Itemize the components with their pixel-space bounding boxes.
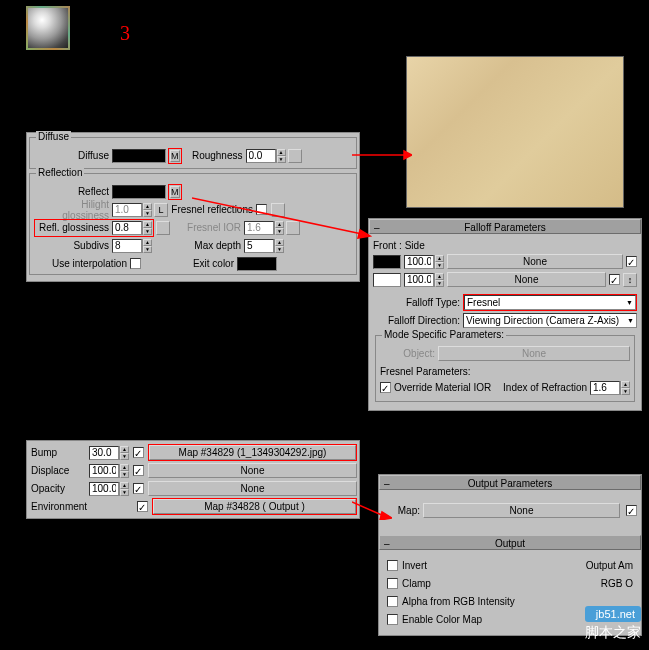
falloff-map1-checkbox[interactable]: ✓	[626, 256, 637, 267]
displace-label: Displace	[29, 465, 89, 476]
hilight-glossiness-label: Hilight glossiness	[34, 199, 112, 221]
bump-checkbox[interactable]: ✓	[133, 447, 144, 458]
falloff-titlebar[interactable]: Falloff Parameters	[369, 219, 641, 234]
invert-checkbox[interactable]	[387, 560, 398, 571]
ior-label: Index of Refraction	[491, 382, 590, 393]
displace-checkbox[interactable]: ✓	[133, 465, 144, 476]
enable-colormap-checkbox[interactable]	[387, 614, 398, 625]
reflection-group-title: Reflection	[36, 167, 84, 178]
watermark: jb51.net 脚本之家	[585, 606, 641, 642]
opacity-checkbox[interactable]: ✓	[133, 483, 144, 494]
falloff-map2-checkbox[interactable]: ✓	[609, 274, 620, 285]
falloff-map1-button[interactable]: None	[447, 254, 623, 269]
svg-marker-3	[380, 512, 392, 520]
alpha-rgb-checkbox[interactable]	[387, 596, 398, 607]
mode-specific-title: Mode Specific Parameters:	[382, 329, 506, 340]
environment-label: Environment	[29, 501, 133, 512]
output-map-checkbox[interactable]: ✓	[626, 505, 637, 516]
annotation-number: 3	[120, 22, 130, 45]
falloff-type-label: Falloff Type:	[373, 297, 463, 308]
falloff-direction-label: Falloff Direction:	[373, 315, 463, 326]
enable-colormap-label: Enable Color Map	[402, 614, 482, 625]
subdivs-spinner[interactable]: ▲▼	[112, 239, 152, 253]
displace-spinner[interactable]: ▲▼	[89, 464, 129, 478]
bump-spinner[interactable]: ▲▼	[89, 446, 129, 460]
override-ior-checkbox[interactable]: ✓	[380, 382, 391, 393]
arrow-reflect-to-falloff	[192, 196, 372, 240]
falloff-swap-button[interactable]: ↕	[623, 273, 637, 287]
falloff-type-dropdown[interactable]: Fresnel	[464, 295, 636, 310]
hilight-l-button[interactable]: L	[154, 203, 168, 217]
environment-checkbox[interactable]: ✓	[137, 501, 148, 512]
alpha-rgb-label: Alpha from RGB Intensity	[402, 596, 515, 607]
diffuse-group: Diffuse Diffuse M Roughness ▲▼	[29, 137, 357, 169]
exit-color-label: Exit color	[141, 258, 237, 269]
opacity-spinner[interactable]: ▲▼	[89, 482, 129, 496]
diffuse-group-title: Diffuse	[36, 131, 71, 142]
roughness-map-button[interactable]	[288, 149, 302, 163]
hilight-glossiness-spinner[interactable]: ▲▼	[112, 203, 152, 217]
maps-panel: Bump ▲▼ ✓ Map #34829 (1_1349304292.jpg) …	[26, 440, 360, 519]
rgb-offset-label: RGB O	[601, 578, 633, 589]
mode-specific-group: Mode Specific Parameters: Object: None F…	[375, 335, 635, 402]
refl-gloss-map-button[interactable]	[156, 221, 170, 235]
arrow-diffuse-to-texture	[352, 148, 412, 162]
texture-preview	[406, 56, 624, 208]
roughness-label: Roughness	[182, 150, 246, 161]
max-depth-spinner[interactable]: ▲▼	[244, 239, 284, 253]
falloff-value1-spinner[interactable]: ▲▼	[404, 255, 444, 269]
override-ior-label: Override Material IOR	[394, 382, 491, 393]
falloff-color2-swatch[interactable]	[373, 273, 401, 287]
use-interpolation-checkbox[interactable]	[130, 258, 141, 269]
refl-glossiness-label: Refl. glossiness	[36, 222, 112, 233]
svg-marker-1	[404, 151, 412, 159]
bump-map-button[interactable]: Map #34829 (1_1349304292.jpg)	[149, 445, 356, 460]
max-depth-label: Max depth	[152, 240, 244, 251]
falloff-color1-swatch[interactable]	[373, 255, 401, 269]
falloff-direction-dropdown[interactable]: Viewing Direction (Camera Z-Axis)	[463, 313, 637, 328]
arrow-env-to-output	[352, 500, 392, 520]
clamp-label: Clamp	[402, 578, 431, 589]
watermark-url: jb51.net	[585, 606, 641, 622]
refl-glossiness-spinner[interactable]: ▲▼	[112, 221, 152, 235]
falloff-map2-button[interactable]: None	[447, 272, 606, 287]
bump-label: Bump	[29, 447, 89, 458]
subdivs-label: Subdivs	[34, 240, 112, 251]
watermark-text: 脚本之家	[585, 624, 641, 642]
opacity-map-button[interactable]: None	[148, 481, 357, 496]
output-amount-label: Output Am	[586, 560, 633, 571]
invert-label: Invert	[402, 560, 427, 571]
output-map-button[interactable]: None	[423, 503, 620, 518]
reflect-map-button[interactable]: M	[170, 186, 180, 198]
output-titlebar[interactable]: Output Parameters	[379, 475, 641, 490]
environment-map-button[interactable]: Map #34828 ( Output )	[153, 499, 356, 514]
falloff-value2-spinner[interactable]: ▲▼	[404, 273, 444, 287]
roughness-spinner[interactable]: ▲▼	[246, 149, 286, 163]
displace-map-button[interactable]: None	[148, 463, 357, 478]
diffuse-color-swatch[interactable]	[112, 149, 166, 163]
falloff-panel: Falloff Parameters Front : Side ▲▼ None …	[368, 218, 642, 411]
opacity-label: Opacity	[29, 483, 89, 494]
reflect-color-swatch[interactable]	[112, 185, 166, 199]
ior-spinner[interactable]: ▲▼	[590, 381, 630, 395]
output-section-titlebar[interactable]: Output	[379, 535, 641, 550]
svg-marker-2	[358, 230, 370, 238]
material-preview-sphere	[26, 6, 70, 50]
front-side-label: Front : Side	[373, 240, 637, 251]
use-interpolation-label: Use interpolation	[34, 258, 130, 269]
object-label: Object:	[380, 348, 438, 359]
object-button[interactable]: None	[438, 346, 630, 361]
reflect-label: Reflect	[34, 186, 112, 197]
exit-color-swatch[interactable]	[237, 257, 277, 271]
diffuse-label: Diffuse	[34, 150, 112, 161]
fresnel-params-label: Fresnel Parameters:	[380, 366, 630, 377]
diffuse-map-button[interactable]: M	[170, 150, 180, 162]
clamp-checkbox[interactable]	[387, 578, 398, 589]
